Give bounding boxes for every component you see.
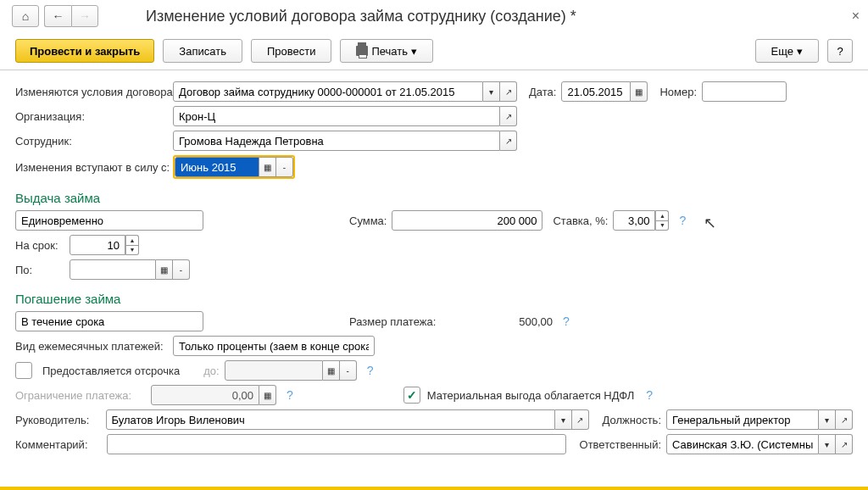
calendar-button[interactable]: ▦ <box>156 259 173 280</box>
repayment-type-input[interactable] <box>15 311 203 331</box>
effective-input[interactable] <box>175 157 259 177</box>
number-label: Номер: <box>659 86 697 98</box>
forward-button[interactable]: → <box>71 5 98 27</box>
open-button[interactable]: ↗ <box>572 409 589 430</box>
post-and-close-button[interactable]: Провести и закрыть <box>15 39 154 63</box>
rate-label: Ставка, %: <box>553 214 608 227</box>
defer-until-label: до: <box>203 365 219 377</box>
open-button[interactable]: ↗ <box>836 409 853 430</box>
org-label: Организация: <box>15 110 168 123</box>
term-input[interactable] <box>70 235 125 255</box>
open-button[interactable]: ↗ <box>500 131 517 151</box>
until-label: По: <box>15 264 64 276</box>
defer-label: Предоставляется отсрочка <box>42 365 180 377</box>
dropdown-button[interactable]: ▾ <box>819 409 836 430</box>
amount-input[interactable] <box>392 210 542 231</box>
emp-input[interactable] <box>173 131 500 151</box>
help-icon[interactable]: ? <box>563 315 570 328</box>
chevron-down-icon: ▾ <box>411 45 417 58</box>
term-label: На срок: <box>15 239 64 252</box>
position-label: Должность: <box>603 414 661 426</box>
open-button[interactable]: ↗ <box>500 81 517 102</box>
responsible-label: Ответственный: <box>580 438 661 451</box>
responsible-input[interactable] <box>666 434 819 454</box>
manager-input[interactable] <box>106 409 555 430</box>
org-input[interactable] <box>173 106 500 126</box>
dropdown-button[interactable]: ▾ <box>819 434 836 454</box>
dropdown-button[interactable]: ▾ <box>555 409 572 430</box>
calc-button: ▦ <box>259 385 276 405</box>
help-button[interactable]: ? <box>827 39 853 63</box>
limit-label: Ограничение платежа: <box>15 389 146 402</box>
repayment-section: Погашение займа <box>15 292 853 306</box>
contract-label: Изменяются условия договора: <box>15 86 168 98</box>
calendar-button[interactable]: ▦ <box>631 81 648 102</box>
payment-label: Размер платежа: <box>349 315 436 328</box>
post-button[interactable]: Провести <box>251 39 332 63</box>
calendar-button: ▦ <box>323 360 340 381</box>
home-button[interactable]: ⌂ <box>12 5 39 27</box>
printer-icon <box>356 46 368 56</box>
chevron-down-icon: ▾ <box>797 45 803 58</box>
comment-label: Комментарий: <box>15 438 102 451</box>
emp-label: Сотрудник: <box>15 135 168 148</box>
clear-button: - <box>340 360 357 381</box>
number-input[interactable] <box>702 81 787 102</box>
help-icon[interactable]: ? <box>367 364 374 377</box>
ndfl-label: Материальная выгода облагается НДФЛ <box>427 389 634 402</box>
limit-input <box>151 385 259 405</box>
open-button[interactable]: ↗ <box>836 434 853 454</box>
term-spinner[interactable]: ▲▼ <box>125 235 139 255</box>
ndfl-checkbox[interactable] <box>403 387 420 404</box>
effective-label: Изменения вступают в силу с: <box>15 161 168 174</box>
help-icon[interactable]: ? <box>646 388 653 402</box>
monthly-input[interactable] <box>173 336 375 356</box>
open-button[interactable]: ↗ <box>500 106 517 126</box>
clear-button[interactable]: - <box>276 157 293 177</box>
calendar-button[interactable]: ▦ <box>259 157 276 177</box>
contract-input[interactable] <box>173 81 483 102</box>
date-label: Дата: <box>529 86 556 98</box>
position-input[interactable] <box>666 409 819 430</box>
dropdown-button[interactable]: ▾ <box>483 81 500 102</box>
page-title: Изменение условий договора займа сотрудн… <box>146 8 576 25</box>
print-button[interactable]: Печать ▾ <box>340 39 433 63</box>
rate-spinner[interactable]: ▲▼ <box>655 210 669 231</box>
close-icon[interactable]: × <box>852 8 860 24</box>
help-icon[interactable]: ? <box>679 214 686 227</box>
rate-input[interactable] <box>613 210 655 231</box>
monthly-label: Вид ежемесячных платежей: <box>15 340 168 353</box>
status-line <box>0 487 868 490</box>
comment-input[interactable] <box>107 434 565 454</box>
amount-label: Сумма: <box>349 214 387 227</box>
back-button[interactable]: ← <box>44 5 71 27</box>
loan-type-input[interactable] <box>15 210 203 231</box>
manager-label: Руководитель: <box>15 414 101 426</box>
clear-button[interactable]: - <box>173 259 190 280</box>
defer-until-input <box>225 360 323 381</box>
help-icon[interactable]: ? <box>287 388 293 402</box>
more-button[interactable]: Еще ▾ <box>755 39 819 63</box>
defer-checkbox[interactable] <box>15 362 32 379</box>
until-input[interactable] <box>70 259 156 280</box>
loan-issue-section: Выдача займа <box>15 191 853 205</box>
payment-value: 500,00 <box>519 315 553 328</box>
write-button[interactable]: Записать <box>163 39 242 63</box>
date-input[interactable] <box>561 81 631 102</box>
